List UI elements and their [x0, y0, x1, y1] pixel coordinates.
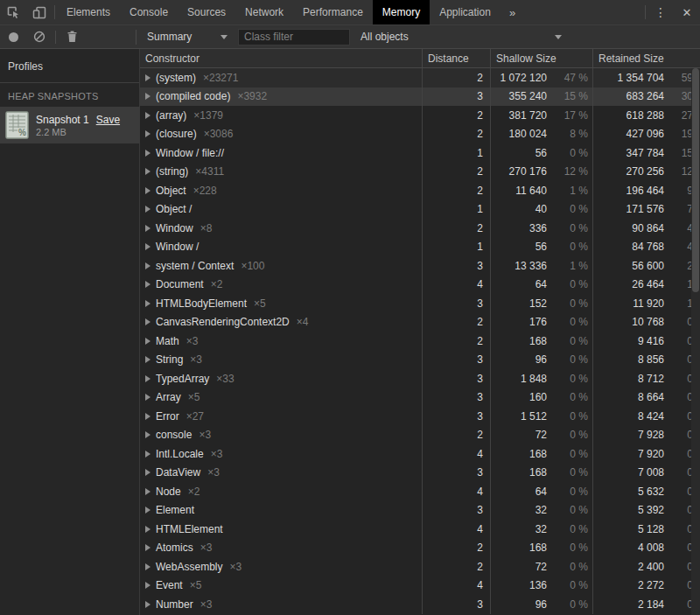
instance-count: ×228 [193, 185, 217, 197]
tab-memory[interactable]: Memory [373, 0, 430, 24]
table-row[interactable]: Document ×2 4 64 0 % 26 464 1 % [140, 276, 700, 295]
tab-network[interactable]: Network [235, 0, 293, 24]
tab-console[interactable]: Console [120, 0, 178, 24]
objects-filter-select[interactable]: All objects [360, 25, 562, 48]
more-tabs-button[interactable]: » [500, 0, 524, 24]
delete-profile-button[interactable] [59, 25, 85, 48]
expand-arrow-icon[interactable] [145, 431, 150, 438]
expand-arrow-icon[interactable] [145, 225, 150, 232]
table-row[interactable]: Window / 1 56 0 % 84 768 4 % [140, 238, 700, 257]
distance-value: 2 [477, 429, 483, 441]
expand-arrow-icon[interactable] [145, 243, 150, 250]
table-row[interactable]: (system) ×23271 2 1 072 120 47 % 1 354 7… [140, 68, 700, 87]
distance-value: 4 [477, 278, 483, 290]
table-row[interactable]: (closure) ×3086 2 180 024 8 % 427 096 19… [140, 125, 700, 144]
expand-arrow-icon[interactable] [145, 356, 150, 363]
table-row[interactable]: (compiled code) ×3932 3 355 240 15 % 683… [140, 87, 700, 107]
class-filter-input[interactable] [238, 29, 350, 45]
tab-performance[interactable]: Performance [293, 0, 373, 24]
expand-arrow-icon[interactable] [145, 582, 150, 589]
table-row[interactable]: Node ×2 4 64 0 % 5 632 0 % [140, 482, 700, 501]
table-row[interactable]: Element 3 32 0 % 5 392 0 % [140, 501, 700, 521]
distance-value: 2 [477, 128, 483, 140]
expand-arrow-icon[interactable] [145, 507, 150, 514]
table-row[interactable]: Window ×8 2 336 0 % 90 864 4 % [140, 219, 700, 238]
expand-arrow-icon[interactable] [145, 601, 150, 608]
table-row[interactable]: Intl.Locale ×3 4 168 0 % 7 920 0 % [140, 444, 700, 464]
tab-elements[interactable]: Elements [57, 0, 120, 24]
clear-profiles-button[interactable] [26, 25, 52, 48]
expand-arrow-icon[interactable] [145, 262, 150, 269]
table-row[interactable]: Array ×5 3 160 0 % 8 664 0 % [140, 388, 700, 408]
table-row[interactable]: HTMLBodyElement ×5 3 152 0 % 11 920 1 % [140, 294, 700, 313]
table-row[interactable]: console ×3 2 72 0 % 7 928 0 % [140, 426, 700, 445]
expand-arrow-icon[interactable] [145, 394, 150, 401]
save-snapshot-link[interactable]: Save [96, 114, 120, 126]
expand-arrow-icon[interactable] [145, 451, 150, 458]
device-toolbar-button[interactable] [26, 0, 52, 24]
expand-arrow-icon[interactable] [145, 74, 150, 81]
table-row[interactable]: Event ×5 4 136 0 % 2 272 0 % [140, 577, 700, 596]
expand-arrow-icon[interactable] [145, 544, 150, 551]
expand-arrow-icon[interactable] [145, 206, 150, 213]
constructor-name: Window / file:// [156, 147, 224, 159]
expand-arrow-icon[interactable] [145, 526, 150, 533]
profile-view-select[interactable]: Summary [147, 25, 228, 48]
table-row[interactable]: Object ×228 2 11 640 1 % 196 464 9 % [140, 181, 700, 200]
memory-panel-content: Profiles HEAP SNAPSHOTS % [0, 49, 700, 615]
table-row[interactable]: Atomics ×3 2 168 0 % 4 008 0 % [140, 539, 700, 558]
column-header-retained-size[interactable]: Retained Size [592, 49, 700, 67]
tab-sources[interactable]: Sources [178, 0, 235, 24]
table-row[interactable]: Number ×3 3 96 0 % 2 184 0 % [140, 595, 700, 614]
expand-arrow-icon[interactable] [145, 563, 150, 570]
inspect-element-button[interactable] [0, 0, 26, 24]
table-row[interactable]: HTMLElement 4 32 0 % 5 128 0 % [140, 520, 700, 539]
expand-arrow-icon[interactable] [145, 168, 150, 175]
table-row[interactable]: String ×3 3 96 0 % 8 856 0 % [140, 351, 700, 370]
expand-arrow-icon[interactable] [145, 413, 150, 420]
take-snapshot-button[interactable] [0, 25, 26, 48]
expand-arrow-icon[interactable] [145, 112, 150, 119]
close-devtools-button[interactable]: ✕ [674, 0, 700, 24]
constructor-name: system / Context [156, 260, 234, 272]
retained-size-value: 347 784 [626, 147, 664, 159]
distance-value: 4 [477, 523, 483, 535]
expand-arrow-icon[interactable] [145, 93, 150, 100]
distance-value: 3 [477, 466, 483, 479]
table-row[interactable]: (array) ×1379 2 381 720 17 % 618 288 27 … [140, 106, 700, 125]
column-header-constructor[interactable]: Constructor [140, 49, 422, 67]
customize-devtools-button[interactable]: ⋮ [648, 0, 674, 24]
table-row[interactable]: Math ×3 2 168 0 % 9 416 0 % [140, 332, 700, 351]
expand-arrow-icon[interactable] [145, 130, 150, 137]
table-row[interactable]: system / Context ×100 3 13 336 1 % 56 60… [140, 256, 700, 276]
table-row[interactable]: Window / file:// 1 56 0 % 347 784 15 % [140, 143, 700, 163]
vertical-scrollbar[interactable] [691, 68, 700, 615]
table-row[interactable]: TypedArray ×33 3 1 848 0 % 8 712 0 % [140, 369, 700, 388]
instance-count: ×3 [200, 598, 213, 611]
table-row[interactable]: WebAssembly ×3 2 72 0 % 2 400 0 % [140, 557, 700, 577]
scrollbar-thumb[interactable] [692, 68, 699, 292]
expand-arrow-icon[interactable] [145, 375, 150, 382]
snapshot-size: 2.2 MB [36, 127, 120, 137]
constructor-name: Math [156, 335, 179, 347]
expand-arrow-icon[interactable] [145, 318, 150, 325]
table-row[interactable]: Error ×27 3 1 512 0 % 8 424 0 % [140, 407, 700, 426]
tab-application[interactable]: Application [430, 0, 500, 24]
column-header-distance[interactable]: Distance [422, 49, 490, 67]
column-header-shallow-size[interactable]: Shallow Size [490, 49, 592, 67]
sidebar-item-snapshot-1[interactable]: % Snapshot 1 Save 2.2 MB [0, 107, 139, 143]
expand-arrow-icon[interactable] [145, 150, 150, 157]
expand-arrow-icon[interactable] [145, 488, 150, 495]
shallow-size-value: 176 [529, 316, 547, 328]
constructor-name: Atomics [156, 542, 193, 554]
shallow-size-percent: 0 % [553, 391, 588, 403]
table-row[interactable]: Object / 1 40 0 % 171 576 7 % [140, 200, 700, 220]
table-row[interactable]: (string) ×4311 2 270 176 12 % 270 256 12… [140, 163, 700, 182]
expand-arrow-icon[interactable] [145, 469, 150, 476]
table-row[interactable]: CanvasRenderingContext2D ×4 2 176 0 % 10… [140, 313, 700, 332]
table-row[interactable]: DataView ×3 3 168 0 % 7 008 0 % [140, 464, 700, 483]
expand-arrow-icon[interactable] [145, 281, 150, 288]
expand-arrow-icon[interactable] [145, 300, 150, 307]
expand-arrow-icon[interactable] [145, 338, 150, 345]
expand-arrow-icon[interactable] [145, 187, 150, 194]
